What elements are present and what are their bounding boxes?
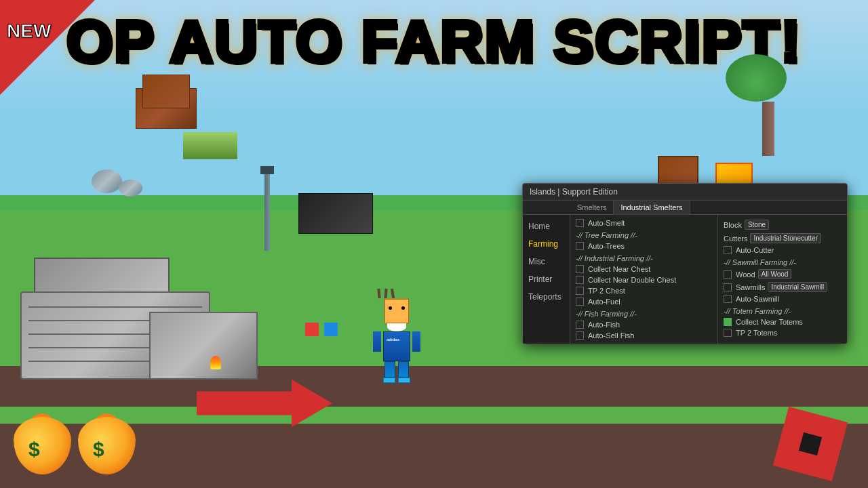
cutters-dropdown[interactable]: Industrial Stonecutter: [750, 233, 821, 243]
antler-1: [377, 289, 380, 298]
new-badge-label: NEW: [7, 20, 51, 42]
character-arm-right: [412, 331, 420, 352]
lamp-post: [264, 169, 270, 251]
workbench: [298, 193, 373, 234]
machine-2: [149, 312, 258, 380]
lamp-top: [260, 166, 274, 174]
industrial-farming-header: -// Industrial Farming //-: [576, 251, 712, 264]
antler-3: [391, 289, 395, 298]
block-row: Block Stone: [724, 218, 842, 232]
sawmills-checkbox[interactable]: [724, 283, 732, 291]
fire: [210, 356, 221, 369]
character-antlers: [376, 289, 396, 299]
character: adidas: [373, 299, 420, 383]
bag-dollar-1: $: [28, 438, 40, 461]
wood-checkbox[interactable]: [724, 270, 732, 279]
money-bags: $ $: [14, 407, 139, 474]
auto-sawmill-row: Auto-Sawmill: [724, 293, 842, 304]
auto-fuel-label: Auto-Fuel: [588, 298, 620, 306]
tree-top: [726, 54, 787, 102]
auto-cutter-row: Auto-Cutter: [724, 245, 842, 256]
auto-trees-row: Auto-Trees: [576, 241, 712, 251]
main-title: OP AUTO FARM SCRIPT!: [66, 7, 802, 75]
tp2-totems-label: TP 2 Totems: [736, 329, 777, 337]
character-beard: [387, 322, 406, 331]
character-foot-right: [398, 378, 410, 383]
auto-fish-checkbox[interactable]: [576, 321, 584, 329]
tree-farming-header: -// Tree Farming //-: [576, 228, 712, 241]
collect-double-row: Collect Near Double Chest: [576, 274, 712, 285]
tree: [750, 54, 787, 156]
tab-smelters[interactable]: Smelters: [570, 201, 614, 214]
tp2-totems-checkbox[interactable]: [724, 329, 732, 337]
fire-flame: [210, 356, 221, 369]
nav-printer[interactable]: Printer: [523, 270, 570, 288]
money-bag-1: $: [14, 407, 75, 474]
wood-row: Wood All Wood: [724, 268, 842, 281]
roblox-hole: [799, 432, 822, 455]
character-logo: adidas: [387, 338, 399, 342]
item-red: [305, 323, 319, 336]
nav-farming[interactable]: Farming: [523, 235, 570, 253]
nav-teleports[interactable]: Teleports: [523, 288, 570, 306]
wood-block-group: [136, 88, 197, 129]
character-foot-left: [383, 378, 395, 383]
fish-farming-header: -// Fish Farming //-: [576, 307, 712, 319]
auto-sell-fish-checkbox[interactable]: [576, 331, 584, 340]
auto-smelt-row: Auto-Smelt: [576, 218, 712, 228]
auto-sawmill-checkbox[interactable]: [724, 295, 732, 303]
auto-sell-fish-label: Auto-Sell Fish: [588, 331, 634, 340]
auto-cutter-label: Auto-Cutter: [736, 246, 774, 254]
workbench-items: [305, 323, 338, 339]
collect-double-label: Collect Near Double Chest: [588, 276, 676, 284]
bag-dollar-2: $: [93, 438, 104, 461]
auto-fuel-checkbox[interactable]: [576, 298, 584, 306]
bag-body-1: $: [14, 417, 71, 474]
money-bag-2: $: [78, 407, 139, 474]
collect-chest-checkbox[interactable]: [576, 265, 584, 273]
collect-totems-checkbox[interactable]: [724, 318, 732, 326]
block-dropdown[interactable]: Stone: [745, 220, 769, 230]
bag-body-2: $: [78, 417, 136, 474]
antler-2: [384, 289, 387, 298]
collect-totems-label: Collect Near Totems: [736, 318, 803, 326]
auto-fish-label: Auto-Fish: [588, 321, 620, 329]
panel-middle: Auto-Smelt -// Tree Farming //- Auto-Tre…: [570, 215, 718, 344]
character-head: [384, 299, 409, 323]
collect-chest-label: Collect Near Chest: [588, 265, 650, 273]
sawmills-dropdown[interactable]: Industrial Sawmill: [768, 282, 827, 292]
grass-patch: [183, 132, 237, 159]
auto-trees-label: Auto-Trees: [588, 242, 625, 250]
cutters-row: Cutters Industrial Stonecutter: [724, 232, 842, 245]
character-arm-left: [373, 331, 381, 352]
tp2-totems-row: TP 2 Totems: [724, 327, 842, 338]
auto-smelt-label: Auto-Smelt: [588, 219, 625, 227]
auto-cutter-checkbox[interactable]: [724, 246, 732, 254]
tab-industrial-smelters[interactable]: Industrial Smelters: [614, 201, 690, 214]
auto-trees-checkbox[interactable]: [576, 242, 584, 250]
sawmills-label: Sawmills: [736, 283, 765, 291]
tp2-chest-checkbox[interactable]: [576, 287, 584, 295]
new-badge-background: [0, 0, 95, 95]
cutters-label: Cutters: [724, 235, 747, 243]
auto-smelt-checkbox[interactable]: [576, 219, 584, 227]
item-blue: [324, 323, 338, 336]
auto-sell-fish-row: Auto-Sell Fish: [576, 330, 712, 341]
tree-trunk: [762, 102, 774, 156]
auto-fuel-row: Auto-Fuel: [576, 296, 712, 307]
tp2-chest-label: TP 2 Chest: [588, 287, 625, 295]
panel-title-bar: Islands | Support Edition: [523, 184, 847, 201]
character-body: adidas: [383, 331, 410, 361]
totem-farming-header: -// Totem Farming //-: [724, 304, 842, 317]
wood-dropdown[interactable]: All Wood: [758, 269, 792, 279]
auto-fish-row: Auto-Fish: [576, 319, 712, 330]
panel-nav: Home Farming Misc Printer Teleports: [523, 215, 570, 344]
character-feet: [373, 378, 420, 383]
wood-block: [136, 88, 197, 129]
auto-sawmill-label: Auto-Sawmill: [736, 295, 779, 303]
collect-double-checkbox[interactable]: [576, 276, 584, 284]
wood-block-top: [142, 75, 190, 108]
sawmills-row: Sawmills Industrial Sawmill: [724, 281, 842, 293]
nav-home[interactable]: Home: [523, 218, 570, 235]
nav-misc[interactable]: Misc: [523, 253, 570, 270]
